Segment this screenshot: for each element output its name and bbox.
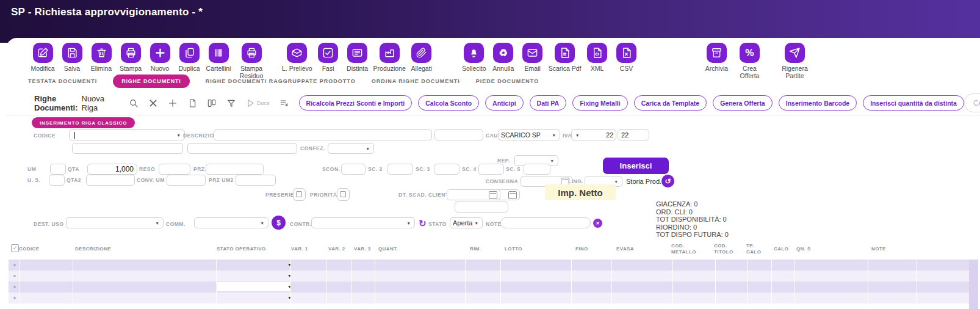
table-row[interactable]: ▼ [9,293,969,304]
table-row[interactable]: ▼ [9,282,969,293]
clear-note-button[interactable]: ✕ [593,219,602,228]
descrizione-secondary-input[interactable] [187,143,297,154]
toolbar-button-annulla[interactable]: ♻ Annulla [490,43,517,72]
col-calo[interactable]: CALO [774,246,788,252]
toolbar-button-distinta[interactable]: Distinta [344,43,371,72]
toolbar-button-fasi[interactable]: Fasi [315,43,342,72]
descrizione-extra-input[interactable] [434,129,483,140]
descrizione-input[interactable] [214,129,432,140]
col-lotto[interactable]: LOTTO [505,246,522,252]
page-icon[interactable] [187,98,197,108]
stato-operativo-cell[interactable] [217,282,290,292]
col-qn-s[interactable]: QN. S [796,246,811,252]
dt-scad-secondary-input[interactable] [455,202,508,213]
col-cod-metallo[interactable]: COD. METALLO [671,243,698,256]
col-rim[interactable]: RIM. [470,246,481,252]
cau-select[interactable]: SCARICO SP▼ [498,129,560,140]
prz-um2-input[interactable] [236,175,276,186]
refresh-icon[interactable]: ↻ [419,219,427,228]
toolbar-button-xml[interactable]: XML [583,43,610,72]
plus-icon[interactable] [168,98,178,108]
tab-righe-raggruppate[interactable]: RIGHE DOCUMENTI RAGGRUPPATE PRODOTTO [206,78,356,84]
inserimento-barcode-button[interactable]: Inserimento Barcode [779,95,857,111]
sc5-input[interactable] [524,164,550,175]
comm-select[interactable]: ▼ [194,217,268,228]
dati-pa-button[interactable]: Dati PA [530,95,567,111]
clear-list-icon[interactable] [279,98,289,108]
inserisci-button[interactable]: Inserisci [603,158,669,174]
calcola-sconto-button[interactable]: Calcola Sconto [418,95,479,111]
toolbar-button-email[interactable]: Email [519,43,546,72]
dt-scad-cliente-input[interactable] [447,189,500,200]
vertical-scrollbar[interactable] [969,260,978,309]
col-fino[interactable]: FINO [575,246,588,252]
genera-offerta-button[interactable]: Genera Offerta [713,95,773,111]
close-icon[interactable] [148,98,158,108]
priorita-checkbox[interactable] [337,188,350,201]
select-all-checkbox[interactable]: ✓ [11,244,19,252]
col-stato-operativo[interactable]: STATO OPERATIVO [217,246,266,252]
col-var-3[interactable]: VAR. 3 [354,246,371,252]
um-input[interactable] [50,164,66,175]
col-var-2[interactable]: VAR. 2 [328,246,345,252]
toolbar-button-l-prelievo[interactable]: L. Prelievo [282,43,312,72]
toolbar-button-archivia[interactable]: Archivia [703,43,730,79]
confez-select[interactable]: ▼ [328,143,374,154]
conv-um-input[interactable] [167,175,206,186]
tab-testata-documenti[interactable]: TESTATA DOCUMENTI [28,78,97,84]
col-descrizione[interactable]: DESCRIZIONE [75,246,111,252]
tab-righe-documenti[interactable]: RIGHE DOCUMENTI [113,75,190,88]
toolbar-button-produzione[interactable]: Produzione [373,43,406,72]
tab-ordina-righe[interactable]: ORDINA RIGHE DOCUMENTI [372,78,460,84]
anticipi-button[interactable]: Anticipi [485,95,524,111]
carica-da-template-button[interactable]: Carica da Template [634,95,707,111]
codice-secondary-input[interactable] [72,143,183,154]
prz-input[interactable] [206,164,264,175]
qta2-input[interactable] [86,175,135,186]
docs-icon[interactable]: Docs [246,98,270,108]
iva-secondary-input[interactable] [618,129,649,140]
us-input[interactable] [49,175,65,186]
stato-select[interactable]: Aperta▼ [450,217,483,228]
col-var-1[interactable]: VAR. 1 [291,246,308,252]
filter-icon[interactable] [226,98,236,108]
col-quant[interactable]: QUANT. [378,246,398,252]
codice-combobox[interactable]: ▼ [69,129,185,140]
scon-input[interactable] [341,164,366,175]
sc4-input[interactable] [478,164,504,175]
note-input[interactable] [500,217,591,228]
preserie-checkbox[interactable] [293,188,306,201]
sc3-input[interactable] [434,164,459,175]
col-tp-calo[interactable]: TP. CALO [746,243,762,256]
tab-piede-documento[interactable]: PIEDE DOCUMENTO [476,78,539,84]
toolbar-button-scarica-pdf[interactable]: Scarica Pdf [549,43,582,72]
table-row[interactable]: ▼ [9,260,969,271]
toolbar-button-allegati[interactable]: Allegati [408,43,435,72]
sc2-input[interactable] [387,164,413,175]
toolbar-button-csv[interactable]: CSV [613,43,640,72]
inserisci-quantita-distinta-button[interactable]: Inserisci quantità da distinta [863,95,964,111]
dest-uso-select[interactable]: ▼ [66,217,164,228]
insert-mode-badge[interactable]: INSERIMENTO RIGA CLASSICO [32,117,135,128]
iva-select[interactable]: ▼22 [571,129,616,140]
toolbar-button-crea-offerta[interactable]: % Crea Offerta [732,43,766,79]
fixing-metalli-button[interactable]: Fixing Metalli [572,95,628,111]
search-icon[interactable] [129,98,139,108]
col-evasa[interactable]: EVASA [616,246,634,252]
calendar-icon[interactable] [508,191,517,199]
table-row[interactable]: ▼ [9,271,969,282]
reso-input[interactable] [159,164,190,175]
qta-input[interactable] [87,164,137,175]
toolbar-button-rigenera-partite[interactable]: Rigenera Partite [777,43,812,79]
toolbar-button-sollecito[interactable]: Sollecito [461,43,488,72]
ricalcola-prezzi-button[interactable]: Ricalcola Prezzi Sconti e Importi [299,95,413,111]
calendar-icon[interactable] [489,191,497,199]
search-input[interactable] [964,93,980,112]
comm-value-button[interactable]: $ [272,216,286,230]
columns-icon[interactable] [207,98,217,108]
contr-select[interactable]: ▼ [311,217,415,228]
col-note[interactable]: NOTE [871,246,886,252]
col-cod-titolo[interactable]: COD. TITOLO [714,243,737,256]
col-codice[interactable]: CODICE [19,246,40,252]
storia-prod-button[interactable]: ↺ [661,175,674,187]
